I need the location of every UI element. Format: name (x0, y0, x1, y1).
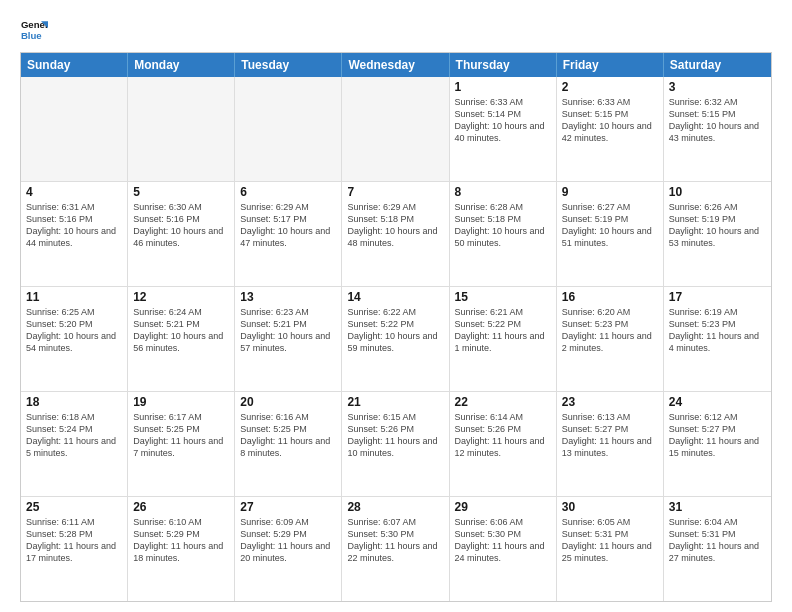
calendar-cell-11: 11Sunrise: 6:25 AM Sunset: 5:20 PM Dayli… (21, 287, 128, 391)
calendar-cell-21: 21Sunrise: 6:15 AM Sunset: 5:26 PM Dayli… (342, 392, 449, 496)
cell-info: Sunrise: 6:27 AM Sunset: 5:19 PM Dayligh… (562, 201, 658, 250)
calendar-cell-26: 26Sunrise: 6:10 AM Sunset: 5:29 PM Dayli… (128, 497, 235, 601)
calendar-cell-23: 23Sunrise: 6:13 AM Sunset: 5:27 PM Dayli… (557, 392, 664, 496)
calendar-cell-6: 6Sunrise: 6:29 AM Sunset: 5:17 PM Daylig… (235, 182, 342, 286)
calendar-cell-31: 31Sunrise: 6:04 AM Sunset: 5:31 PM Dayli… (664, 497, 771, 601)
cell-info: Sunrise: 6:25 AM Sunset: 5:20 PM Dayligh… (26, 306, 122, 355)
cell-info: Sunrise: 6:28 AM Sunset: 5:18 PM Dayligh… (455, 201, 551, 250)
calendar-row-4: 25Sunrise: 6:11 AM Sunset: 5:28 PM Dayli… (21, 496, 771, 601)
cell-info: Sunrise: 6:21 AM Sunset: 5:22 PM Dayligh… (455, 306, 551, 355)
calendar-cell-1: 1Sunrise: 6:33 AM Sunset: 5:14 PM Daylig… (450, 77, 557, 181)
day-number: 20 (240, 395, 336, 409)
svg-text:Blue: Blue (21, 30, 42, 41)
day-number: 1 (455, 80, 551, 94)
cell-info: Sunrise: 6:32 AM Sunset: 5:15 PM Dayligh… (669, 96, 766, 145)
day-number: 18 (26, 395, 122, 409)
weekday-header-friday: Friday (557, 53, 664, 77)
day-number: 23 (562, 395, 658, 409)
weekday-header-thursday: Thursday (450, 53, 557, 77)
logo-icon: General Blue (20, 16, 48, 44)
cell-info: Sunrise: 6:24 AM Sunset: 5:21 PM Dayligh… (133, 306, 229, 355)
calendar-cell-28: 28Sunrise: 6:07 AM Sunset: 5:30 PM Dayli… (342, 497, 449, 601)
calendar-cell-4: 4Sunrise: 6:31 AM Sunset: 5:16 PM Daylig… (21, 182, 128, 286)
day-number: 3 (669, 80, 766, 94)
calendar-row-0: 1Sunrise: 6:33 AM Sunset: 5:14 PM Daylig… (21, 77, 771, 181)
day-number: 16 (562, 290, 658, 304)
cell-info: Sunrise: 6:18 AM Sunset: 5:24 PM Dayligh… (26, 411, 122, 460)
cell-info: Sunrise: 6:14 AM Sunset: 5:26 PM Dayligh… (455, 411, 551, 460)
day-number: 15 (455, 290, 551, 304)
cell-info: Sunrise: 6:29 AM Sunset: 5:17 PM Dayligh… (240, 201, 336, 250)
cell-info: Sunrise: 6:22 AM Sunset: 5:22 PM Dayligh… (347, 306, 443, 355)
weekday-header-sunday: Sunday (21, 53, 128, 77)
calendar-cell-15: 15Sunrise: 6:21 AM Sunset: 5:22 PM Dayli… (450, 287, 557, 391)
calendar-cell-empty-0-0 (21, 77, 128, 181)
cell-info: Sunrise: 6:15 AM Sunset: 5:26 PM Dayligh… (347, 411, 443, 460)
weekday-header-saturday: Saturday (664, 53, 771, 77)
calendar-cell-16: 16Sunrise: 6:20 AM Sunset: 5:23 PM Dayli… (557, 287, 664, 391)
calendar-header: SundayMondayTuesdayWednesdayThursdayFrid… (21, 53, 771, 77)
calendar-cell-2: 2Sunrise: 6:33 AM Sunset: 5:15 PM Daylig… (557, 77, 664, 181)
cell-info: Sunrise: 6:23 AM Sunset: 5:21 PM Dayligh… (240, 306, 336, 355)
day-number: 9 (562, 185, 658, 199)
weekday-header-tuesday: Tuesday (235, 53, 342, 77)
calendar-cell-5: 5Sunrise: 6:30 AM Sunset: 5:16 PM Daylig… (128, 182, 235, 286)
day-number: 31 (669, 500, 766, 514)
calendar-cell-10: 10Sunrise: 6:26 AM Sunset: 5:19 PM Dayli… (664, 182, 771, 286)
calendar-cell-19: 19Sunrise: 6:17 AM Sunset: 5:25 PM Dayli… (128, 392, 235, 496)
logo: General Blue (20, 16, 50, 44)
day-number: 22 (455, 395, 551, 409)
day-number: 28 (347, 500, 443, 514)
cell-info: Sunrise: 6:11 AM Sunset: 5:28 PM Dayligh… (26, 516, 122, 565)
cell-info: Sunrise: 6:26 AM Sunset: 5:19 PM Dayligh… (669, 201, 766, 250)
day-number: 11 (26, 290, 122, 304)
day-number: 25 (26, 500, 122, 514)
calendar-cell-29: 29Sunrise: 6:06 AM Sunset: 5:30 PM Dayli… (450, 497, 557, 601)
calendar-cell-13: 13Sunrise: 6:23 AM Sunset: 5:21 PM Dayli… (235, 287, 342, 391)
cell-info: Sunrise: 6:19 AM Sunset: 5:23 PM Dayligh… (669, 306, 766, 355)
calendar-cell-empty-0-3 (342, 77, 449, 181)
day-number: 13 (240, 290, 336, 304)
calendar-body: 1Sunrise: 6:33 AM Sunset: 5:14 PM Daylig… (21, 77, 771, 601)
day-number: 7 (347, 185, 443, 199)
cell-info: Sunrise: 6:33 AM Sunset: 5:15 PM Dayligh… (562, 96, 658, 145)
calendar-cell-22: 22Sunrise: 6:14 AM Sunset: 5:26 PM Dayli… (450, 392, 557, 496)
calendar-row-3: 18Sunrise: 6:18 AM Sunset: 5:24 PM Dayli… (21, 391, 771, 496)
day-number: 8 (455, 185, 551, 199)
svg-text:General: General (21, 19, 48, 30)
calendar-cell-30: 30Sunrise: 6:05 AM Sunset: 5:31 PM Dayli… (557, 497, 664, 601)
day-number: 17 (669, 290, 766, 304)
calendar-cell-20: 20Sunrise: 6:16 AM Sunset: 5:25 PM Dayli… (235, 392, 342, 496)
day-number: 19 (133, 395, 229, 409)
calendar-row-1: 4Sunrise: 6:31 AM Sunset: 5:16 PM Daylig… (21, 181, 771, 286)
day-number: 30 (562, 500, 658, 514)
cell-info: Sunrise: 6:05 AM Sunset: 5:31 PM Dayligh… (562, 516, 658, 565)
day-number: 27 (240, 500, 336, 514)
cell-info: Sunrise: 6:31 AM Sunset: 5:16 PM Dayligh… (26, 201, 122, 250)
calendar-cell-24: 24Sunrise: 6:12 AM Sunset: 5:27 PM Dayli… (664, 392, 771, 496)
cell-info: Sunrise: 6:17 AM Sunset: 5:25 PM Dayligh… (133, 411, 229, 460)
cell-info: Sunrise: 6:16 AM Sunset: 5:25 PM Dayligh… (240, 411, 336, 460)
calendar-cell-8: 8Sunrise: 6:28 AM Sunset: 5:18 PM Daylig… (450, 182, 557, 286)
calendar-cell-empty-0-2 (235, 77, 342, 181)
cell-info: Sunrise: 6:06 AM Sunset: 5:30 PM Dayligh… (455, 516, 551, 565)
day-number: 5 (133, 185, 229, 199)
cell-info: Sunrise: 6:04 AM Sunset: 5:31 PM Dayligh… (669, 516, 766, 565)
weekday-header-wednesday: Wednesday (342, 53, 449, 77)
cell-info: Sunrise: 6:29 AM Sunset: 5:18 PM Dayligh… (347, 201, 443, 250)
day-number: 6 (240, 185, 336, 199)
header: General Blue (20, 16, 772, 44)
day-number: 21 (347, 395, 443, 409)
calendar-cell-17: 17Sunrise: 6:19 AM Sunset: 5:23 PM Dayli… (664, 287, 771, 391)
calendar-cell-12: 12Sunrise: 6:24 AM Sunset: 5:21 PM Dayli… (128, 287, 235, 391)
day-number: 14 (347, 290, 443, 304)
day-number: 29 (455, 500, 551, 514)
day-number: 4 (26, 185, 122, 199)
day-number: 2 (562, 80, 658, 94)
calendar: SundayMondayTuesdayWednesdayThursdayFrid… (20, 52, 772, 602)
page: General Blue SundayMondayTuesdayWednesda… (0, 0, 792, 612)
calendar-cell-25: 25Sunrise: 6:11 AM Sunset: 5:28 PM Dayli… (21, 497, 128, 601)
cell-info: Sunrise: 6:30 AM Sunset: 5:16 PM Dayligh… (133, 201, 229, 250)
calendar-cell-18: 18Sunrise: 6:18 AM Sunset: 5:24 PM Dayli… (21, 392, 128, 496)
cell-info: Sunrise: 6:13 AM Sunset: 5:27 PM Dayligh… (562, 411, 658, 460)
